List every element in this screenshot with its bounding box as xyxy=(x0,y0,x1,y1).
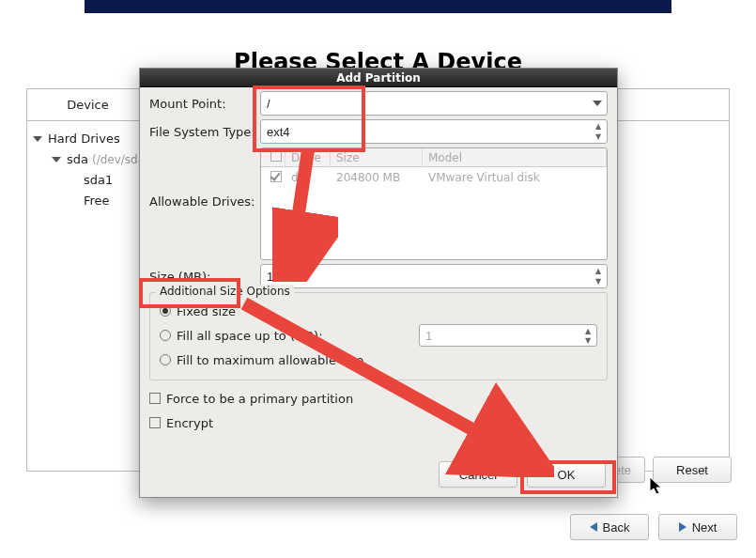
stepper-up-icon[interactable]: ▲ xyxy=(580,326,595,335)
drive-check-icon[interactable] xyxy=(270,171,282,182)
radio-icon[interactable] xyxy=(160,305,171,317)
header-banner xyxy=(85,0,671,13)
tree-label-sda1: sda1 xyxy=(84,170,113,191)
size-stepper[interactable]: ▲ ▼ xyxy=(591,266,606,287)
back-label: Back xyxy=(603,520,630,535)
force-primary-label: Force to be a primary partition xyxy=(166,392,353,406)
check-encrypt[interactable]: Encrypt xyxy=(149,411,608,435)
wizard-nav-bar: Back Next xyxy=(570,514,737,540)
checkbox-icon[interactable] xyxy=(149,417,161,428)
tree-toggle-icon[interactable] xyxy=(52,157,61,163)
ok-label: OK xyxy=(558,468,576,482)
radio-fixed-size[interactable]: Fixed size xyxy=(160,299,597,323)
dialog-body: Mount Point: File System Type: ▲ ▼ Allow… xyxy=(140,87,617,497)
stepper-down-icon[interactable]: ▼ xyxy=(591,132,606,142)
col-header-drive[interactable]: Drive xyxy=(285,148,331,166)
drive-row[interactable]: da 204800 MB VMware Virtual disk xyxy=(261,167,607,188)
allowable-drives-list[interactable]: Drive Size Model da 204800 MB VMware Vir… xyxy=(260,147,608,260)
fs-type-combo[interactable] xyxy=(260,119,608,144)
fs-type-label: File System Type: xyxy=(149,125,260,139)
next-button[interactable]: Next xyxy=(658,514,737,540)
radio-icon[interactable] xyxy=(160,354,171,365)
drives-header: Drive Size Model xyxy=(261,148,607,167)
dialog-button-bar: Cancel OK xyxy=(439,461,606,488)
col-header-device[interactable]: Device xyxy=(27,89,149,120)
additional-size-group: Additional Size Options Fixed size Fill … xyxy=(149,292,608,380)
tree-label-free: Free xyxy=(84,191,110,211)
arrow-right-icon xyxy=(679,522,687,532)
mount-point-label: Mount Point: xyxy=(149,97,260,111)
radio-fill-up[interactable]: Fill all space up to (MB): ▲ ▼ xyxy=(160,323,597,348)
partition-action-bar: ete Reset xyxy=(600,457,732,483)
drive-model: VMware Virtual disk xyxy=(423,171,607,184)
allowable-drives-label: Allowable Drives: xyxy=(149,147,260,209)
radio-fill-max-label: Fill to maximum allowable size xyxy=(177,353,363,367)
add-partition-dialog: Add Partition Mount Point: File System T… xyxy=(139,68,618,498)
radio-fill-max[interactable]: Fill to maximum allowable size xyxy=(160,348,597,372)
fs-type-stepper[interactable]: ▲ ▼ xyxy=(591,121,606,142)
encrypt-label: Encrypt xyxy=(166,416,213,430)
reset-label: Reset xyxy=(676,463,708,477)
col-header-model[interactable]: Model xyxy=(423,148,607,166)
cancel-button[interactable]: Cancel xyxy=(439,461,517,488)
tree-label-drive: sda xyxy=(67,149,88,170)
dialog-titlebar[interactable]: Add Partition xyxy=(140,69,617,87)
stepper-up-icon[interactable]: ▲ xyxy=(591,266,606,276)
check-force-primary[interactable]: Force to be a primary partition xyxy=(149,386,608,411)
size-input[interactable] xyxy=(260,264,608,288)
stepper-down-icon[interactable]: ▼ xyxy=(591,276,606,287)
drive-name: da xyxy=(285,171,331,184)
next-label: Next xyxy=(692,520,717,535)
drive-size: 204800 MB xyxy=(331,171,423,184)
checkbox-icon[interactable] xyxy=(149,393,161,404)
radio-fill-up-label: Fill all space up to (MB): xyxy=(177,329,323,343)
arrow-left-icon xyxy=(590,522,597,532)
mount-point-combo[interactable] xyxy=(260,91,608,116)
stepper-up-icon[interactable]: ▲ xyxy=(591,121,606,132)
back-button[interactable]: Back xyxy=(570,514,649,540)
cancel-label: Cancel xyxy=(459,468,497,482)
group-title: Additional Size Options xyxy=(156,285,294,298)
tree-toggle-icon[interactable] xyxy=(33,136,42,142)
fill-up-input[interactable] xyxy=(419,324,597,347)
radio-icon[interactable] xyxy=(160,330,171,341)
fill-up-stepper[interactable]: ▲ ▼ xyxy=(580,326,595,345)
tree-label-root: Hard Drives xyxy=(48,129,120,149)
col-header-size[interactable]: Size xyxy=(331,148,423,166)
mouse-cursor-icon xyxy=(650,477,665,496)
radio-fixed-label: Fixed size xyxy=(177,304,236,318)
ok-button[interactable]: OK xyxy=(527,461,606,488)
stepper-down-icon[interactable]: ▼ xyxy=(580,335,595,345)
size-label: Size (MB): xyxy=(149,270,260,284)
header-check-icon[interactable] xyxy=(270,150,282,162)
